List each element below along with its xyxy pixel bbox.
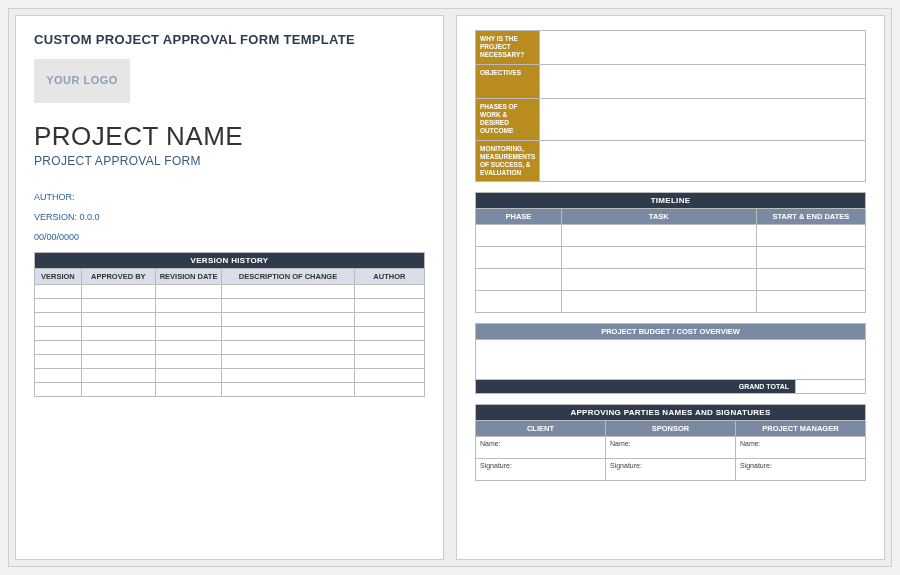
approving-parties-table: APPROVING PARTIES NAMES AND SIGNATURES C… (475, 404, 866, 481)
sponsor-name[interactable]: Name: (606, 437, 736, 459)
table-row (35, 341, 425, 355)
name-row: Name: Name: Name: (476, 437, 866, 459)
meta-block: AUTHOR: VERSION: 0.0.0 00/00/0000 (34, 192, 425, 242)
col-approved-by: APPROVED BY (81, 269, 155, 285)
timeline-columns: PHASE TASK START & END DATES (476, 209, 866, 225)
table-row (35, 355, 425, 369)
grand-total-label: GRAND TOTAL (475, 380, 796, 394)
table-row (35, 369, 425, 383)
col-dates: START & END DATES (756, 209, 865, 225)
version-history-title: VERSION HISTORY (35, 253, 425, 269)
col-pm: PROJECT MANAGER (736, 421, 866, 437)
col-description: DESCRIPTION OF CHANGE (222, 269, 355, 285)
col-task: TASK (561, 209, 756, 225)
form-subtitle: PROJECT APPROVAL FORM (34, 154, 425, 168)
signature-row: Signature: Signature: Signature: (476, 459, 866, 481)
timeline-table: TIMELINE PHASE TASK START & END DATES (475, 192, 866, 313)
q-objectives: OBJECTIVES (476, 65, 540, 99)
pm-name[interactable]: Name: (736, 437, 866, 459)
table-row (476, 247, 866, 269)
budget-title: PROJECT BUDGET / COST OVERVIEW (475, 323, 866, 340)
logo-placeholder: YOUR LOGO (34, 59, 130, 103)
q-necessary: WHY IS THE PROJECT NECESSARY? (476, 31, 540, 65)
page-right: WHY IS THE PROJECT NECESSARY? OBJECTIVES… (456, 15, 885, 560)
col-revision-date: REVISION DATE (155, 269, 221, 285)
col-client: CLIENT (476, 421, 606, 437)
table-row (476, 291, 866, 313)
q-phases-input[interactable] (540, 99, 866, 141)
col-author: AUTHOR (354, 269, 424, 285)
q-monitoring-input[interactable] (540, 140, 866, 182)
table-row (35, 299, 425, 313)
document-spread: CUSTOM PROJECT APPROVAL FORM TEMPLATE YO… (8, 8, 892, 567)
table-row (35, 285, 425, 299)
q-necessary-input[interactable] (540, 31, 866, 65)
grand-total-value[interactable] (796, 380, 866, 394)
approving-columns: CLIENT SPONSOR PROJECT MANAGER (476, 421, 866, 437)
col-version: VERSION (35, 269, 82, 285)
date-label: 00/00/0000 (34, 232, 425, 242)
q-phases: PHASES OF WORK & DESIRED OUTCOME (476, 99, 540, 141)
col-phase: PHASE (476, 209, 562, 225)
summary-questions-table: WHY IS THE PROJECT NECESSARY? OBJECTIVES… (475, 30, 866, 182)
table-row (476, 225, 866, 247)
grand-total-row: GRAND TOTAL (475, 380, 866, 394)
pm-signature[interactable]: Signature: (736, 459, 866, 481)
client-name[interactable]: Name: (476, 437, 606, 459)
version-history-table: VERSION HISTORY VERSION APPROVED BY REVI… (34, 252, 425, 397)
summary-row: WHY IS THE PROJECT NECESSARY? (476, 31, 866, 65)
project-name-heading: PROJECT NAME (34, 121, 425, 152)
summary-row: MONITORING, MEASUREMENTS OF SUCCESS, & E… (476, 140, 866, 182)
timeline-title: TIMELINE (476, 193, 866, 209)
page-left: CUSTOM PROJECT APPROVAL FORM TEMPLATE YO… (15, 15, 444, 560)
approving-title: APPROVING PARTIES NAMES AND SIGNATURES (476, 405, 866, 421)
table-row (476, 269, 866, 291)
table-row (35, 313, 425, 327)
sponsor-signature[interactable]: Signature: (606, 459, 736, 481)
client-signature[interactable]: Signature: (476, 459, 606, 481)
table-row (35, 327, 425, 341)
summary-row: PHASES OF WORK & DESIRED OUTCOME (476, 99, 866, 141)
summary-row: OBJECTIVES (476, 65, 866, 99)
version-history-columns: VERSION APPROVED BY REVISION DATE DESCRI… (35, 269, 425, 285)
template-caption: CUSTOM PROJECT APPROVAL FORM TEMPLATE (34, 32, 425, 47)
q-monitoring: MONITORING, MEASUREMENTS OF SUCCESS, & E… (476, 140, 540, 182)
table-row (35, 383, 425, 397)
q-objectives-input[interactable] (540, 65, 866, 99)
col-sponsor: SPONSOR (606, 421, 736, 437)
version-label: VERSION: 0.0.0 (34, 212, 425, 222)
author-label: AUTHOR: (34, 192, 425, 202)
budget-input-area[interactable] (475, 340, 866, 380)
